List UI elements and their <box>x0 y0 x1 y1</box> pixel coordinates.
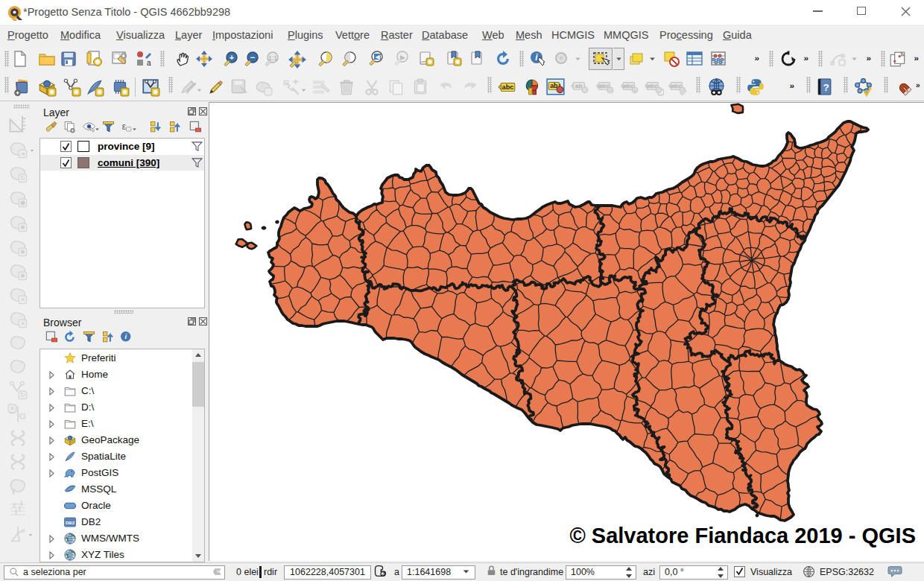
svg-text:✱: ✱ <box>20 224 25 231</box>
svg-text:DB2: DB2 <box>66 521 75 525</box>
svg-text:✕: ✕ <box>10 405 15 412</box>
svg-text:»: » <box>914 53 919 63</box>
svg-text:»: » <box>916 81 920 89</box>
svg-text:✕: ✕ <box>20 320 25 327</box>
svg-text:ab: ab <box>575 83 583 89</box>
svg-text:abc: abc <box>502 83 514 91</box>
svg-text:✱: ✱ <box>20 249 25 255</box>
svg-text:i: i <box>124 332 127 340</box>
svg-text:⬢: ⬢ <box>20 200 25 206</box>
svg-text:ε: ε <box>122 121 127 132</box>
svg-text:a: a <box>147 59 151 67</box>
svg-text:»: » <box>803 53 808 63</box>
svg-text:✱: ✱ <box>20 273 25 279</box>
svg-text:◀: ◀ <box>375 54 380 60</box>
svg-text:ab: ab <box>550 82 557 89</box>
svg-text:»: » <box>866 53 871 63</box>
svg-text:✕: ✕ <box>20 296 25 303</box>
svg-text:↻: ↻ <box>20 392 25 399</box>
svg-text:↻: ↻ <box>20 175 25 182</box>
svg-text:−: − <box>250 53 255 62</box>
svg-text:➔: ➔ <box>20 150 25 157</box>
svg-text:»: » <box>789 80 794 91</box>
svg-text:?: ? <box>823 82 829 93</box>
svg-text:»: » <box>754 53 759 63</box>
svg-text:+: + <box>230 53 234 62</box>
svg-text:▶: ▶ <box>400 54 405 61</box>
